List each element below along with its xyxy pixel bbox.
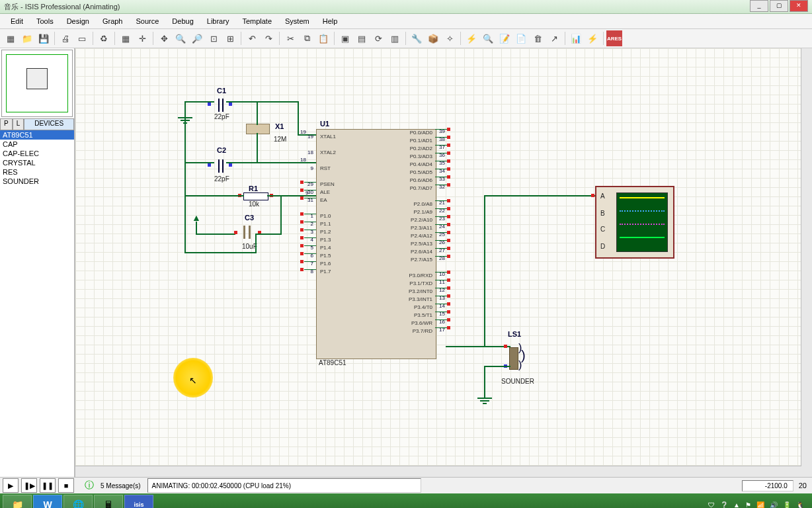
menu-tools[interactable]: Tools	[30, 15, 60, 27]
x1-val: 12M	[274, 136, 286, 143]
simulation-bar: ▶ ❚▶ ❚❚ ■ ⓘ 5 Message(s) ANIMATING: 00:0…	[0, 477, 812, 493]
scope-ch-b: B	[600, 210, 605, 217]
pan-icon[interactable]: ✥	[156, 30, 172, 46]
cursor-icon: ↖	[189, 375, 197, 386]
bom-icon[interactable]: 📊	[568, 30, 584, 46]
block-delete-icon[interactable]: ▥	[387, 30, 403, 46]
zoom-in-icon[interactable]: 🔍	[173, 30, 188, 46]
tray-network-icon[interactable]: 📶	[756, 501, 764, 509]
menu-source[interactable]: Source	[129, 15, 165, 27]
menu-design[interactable]: Design	[60, 15, 96, 27]
schematic-canvas[interactable]: C1 22pF C2 22pF X1 12M 19 18	[75, 48, 812, 477]
message-count[interactable]: 5 Message(s)	[97, 479, 145, 492]
taskbar-calc-icon[interactable]: 🖩	[94, 495, 123, 508]
taskbar-browser-icon[interactable]: 🌐	[63, 495, 93, 508]
maximize-button[interactable]: ▢	[770, 0, 788, 12]
refresh-icon[interactable]: ♻	[96, 30, 112, 46]
search-icon[interactable]: 🔍	[480, 30, 496, 46]
taskbar-isis-icon[interactable]: isis	[124, 495, 153, 508]
list-item[interactable]: CAP	[0, 140, 74, 149]
exit-sheet-icon[interactable]: ↗	[546, 30, 562, 46]
minimize-button[interactable]: _	[750, 0, 768, 12]
menu-system[interactable]: System	[278, 15, 316, 27]
list-item[interactable]: CAP-ELEC	[0, 149, 74, 158]
tray-up-icon[interactable]: ▲	[733, 501, 740, 509]
list-item[interactable]: RES	[0, 167, 74, 177]
tray-volume-icon[interactable]: 🔊	[770, 501, 778, 509]
resistor-r1[interactable]	[243, 192, 268, 200]
menu-debug[interactable]: Debug	[165, 15, 200, 27]
tab-l[interactable]: L	[13, 118, 24, 130]
list-item[interactable]: SOUNDER	[0, 177, 74, 186]
pick-icon[interactable]: 🔧	[409, 30, 425, 46]
pin-label: P2.2/A10	[401, 216, 432, 224]
open-icon[interactable]: 📁	[19, 30, 35, 46]
property-icon[interactable]: 📝	[497, 30, 512, 46]
extra-readout: 20	[796, 482, 809, 489]
oscilloscope[interactable]: A B C D	[595, 186, 674, 259]
pin-label: P0.5/AD5	[401, 169, 432, 177]
erc-icon[interactable]: ⚡	[585, 30, 600, 46]
print-icon[interactable]: 🖨	[58, 30, 73, 46]
stop-button[interactable]: ■	[58, 478, 74, 493]
tray-help-icon[interactable]: ❔	[720, 501, 728, 509]
pin-label	[320, 204, 336, 212]
wire-auto-icon[interactable]: ⚡	[464, 30, 479, 46]
system-tray[interactable]: 🛡 ❔ ▲ ⚑ 📶 🔊 🔋 🐧	[708, 501, 809, 509]
tray-qq-icon[interactable]: 🐧	[796, 501, 804, 509]
zoom-all-icon[interactable]: ⊡	[206, 30, 222, 46]
block-copy-icon[interactable]: ▣	[337, 30, 353, 46]
netlist-icon[interactable]: ARES	[606, 30, 622, 46]
paste-icon[interactable]: 📋	[315, 30, 331, 46]
pin-label: P1.2	[320, 228, 336, 236]
tray-shield-icon[interactable]: 🛡	[708, 501, 715, 509]
decompose-icon[interactable]: ✧	[442, 30, 458, 46]
tray-flag-icon[interactable]: ⚑	[745, 501, 751, 509]
menu-library[interactable]: Library	[200, 15, 236, 27]
new-icon[interactable]: ▦	[3, 30, 19, 46]
menu-edit[interactable]: Edit	[4, 15, 30, 27]
taskbar-explorer-icon[interactable]: 📁	[3, 495, 32, 508]
close-button[interactable]: ✕	[790, 0, 808, 12]
package-icon[interactable]: 📦	[425, 30, 441, 46]
area-icon[interactable]: ▭	[74, 30, 90, 46]
zoom-area-icon[interactable]: ⊞	[222, 30, 238, 46]
ls1-val: SOUNDER	[501, 378, 534, 385]
undo-icon[interactable]: ↶	[244, 30, 260, 46]
sounder-ls1[interactable]: ) ) )	[509, 342, 529, 374]
crystal-x1[interactable]	[246, 124, 270, 134]
block-move-icon[interactable]: ▤	[354, 30, 370, 46]
menu-help[interactable]: Help	[316, 15, 345, 27]
play-button[interactable]: ▶	[3, 478, 19, 493]
scrollbar-vertical[interactable]	[801, 48, 812, 477]
grid-icon[interactable]: ▦	[118, 30, 134, 46]
pause-button[interactable]: ❚❚	[40, 478, 56, 493]
pin-label: P0.7/AD7	[401, 185, 432, 192]
cut-icon[interactable]: ✂	[282, 30, 298, 46]
taskbar-wps-icon[interactable]: W	[33, 495, 62, 508]
device-list[interactable]: AT89C51 CAP CAP-ELEC CRYSTAL RES SOUNDER	[0, 130, 74, 477]
capacitor-c1[interactable]	[213, 99, 226, 112]
pin-label: P2.0/A8	[401, 200, 432, 208]
copy-icon[interactable]: ⧉	[299, 30, 315, 46]
list-item[interactable]: CRYSTAL	[0, 158, 74, 167]
scrollbar-horizontal[interactable]	[75, 466, 801, 477]
capacitor-c2[interactable]	[213, 159, 226, 173]
origin-icon[interactable]: ✛	[134, 30, 150, 46]
save-icon[interactable]: 💾	[36, 30, 52, 46]
step-button[interactable]: ❚▶	[21, 478, 37, 493]
list-item[interactable]: AT89C51	[0, 130, 74, 140]
redo-icon[interactable]: ↷	[261, 30, 276, 46]
overview-window[interactable]	[1, 50, 73, 117]
pin-label: P1.6	[320, 260, 336, 268]
tab-p[interactable]: P	[0, 118, 13, 130]
menu-graph[interactable]: Graph	[96, 15, 130, 27]
capacitor-c3[interactable]	[239, 226, 255, 239]
zoom-out-icon[interactable]: 🔎	[189, 30, 205, 46]
block-rotate-icon[interactable]: ⟳	[370, 30, 386, 46]
menu-template[interactable]: Template	[235, 15, 278, 27]
tray-battery-icon[interactable]: 🔋	[783, 501, 791, 509]
scope-ch-a: A	[600, 192, 605, 200]
delete-sheet-icon[interactable]: 🗑	[530, 30, 546, 46]
new-sheet-icon[interactable]: 📄	[513, 30, 529, 46]
